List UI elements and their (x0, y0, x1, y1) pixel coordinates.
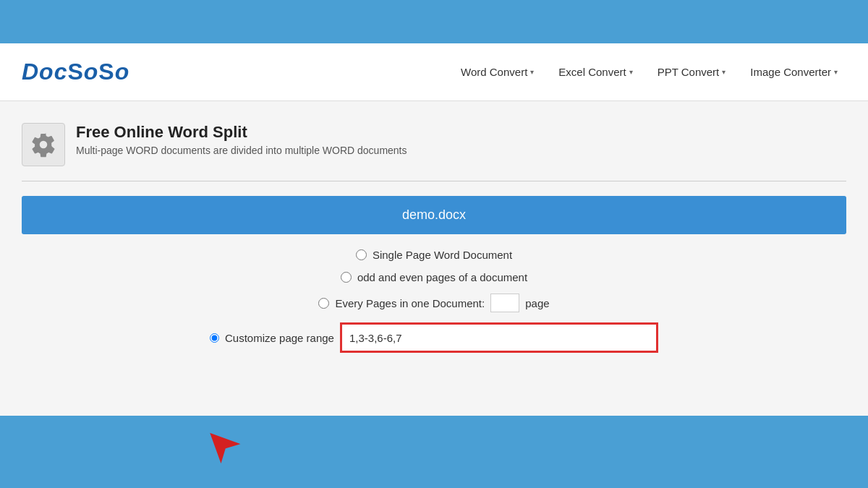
arrow-icon: ➤ (192, 416, 249, 473)
header: DocSoSo Word Convert ▾ Excel Convert ▾ P… (0, 43, 868, 101)
radio-odd-even[interactable] (341, 272, 352, 283)
chevron-down-icon: ▾ (722, 68, 726, 76)
nav-ppt-convert[interactable]: PPT Convert ▾ (649, 61, 735, 82)
label-customize: Customize page range (225, 332, 334, 344)
option-customize: Customize page range (29, 322, 839, 353)
chevron-down-icon: ▾ (834, 68, 838, 76)
bottom-bar: ➤ (0, 416, 868, 488)
option-every-pages: Every Pages in one Document: page (29, 294, 839, 312)
nav-ppt-convert-label: PPT Convert (658, 66, 720, 78)
page-icon-wrap (22, 123, 65, 166)
nav-word-convert[interactable]: Word Convert ▾ (452, 61, 542, 82)
arrow-wrap: ➤ (203, 423, 239, 466)
divider (22, 181, 846, 181)
radio-customize[interactable] (210, 333, 219, 343)
page-subtitle: Multi-page WORD documents are divided in… (76, 145, 407, 156)
every-pages-input[interactable] (490, 294, 519, 312)
label-single-page: Single Page Word Document (373, 249, 512, 261)
upload-button[interactable]: demo.docx (22, 196, 846, 234)
customize-input-wrap (340, 322, 658, 353)
nav-excel-convert[interactable]: Excel Convert ▾ (550, 61, 641, 82)
top-bar (0, 0, 868, 43)
label-odd-even: odd and even pages of a document (357, 271, 527, 283)
main-content: Free Online Word Split Multi-page WORD d… (0, 101, 868, 416)
label-every-pages: Every Pages in one Document: (335, 297, 485, 309)
gear-icon (30, 132, 56, 158)
logo[interactable]: DocSoSo (22, 59, 129, 85)
option-single-page: Single Page Word Document (29, 249, 839, 261)
page-title-wrap: Free Online Word Split Multi-page WORD d… (76, 123, 407, 156)
customize-range-input[interactable] (340, 322, 658, 353)
chevron-down-icon: ▾ (530, 68, 534, 76)
nav-image-converter[interactable]: Image Converter ▾ (741, 61, 846, 82)
nav: Word Convert ▾ Excel Convert ▾ PPT Conve… (452, 61, 846, 82)
chevron-down-icon: ▾ (629, 68, 633, 76)
page-header: Free Online Word Split Multi-page WORD d… (22, 123, 846, 166)
page-suffix: page (525, 297, 549, 309)
radio-every-pages[interactable] (318, 298, 329, 309)
options-area: Single Page Word Document odd and even p… (22, 249, 846, 353)
nav-excel-convert-label: Excel Convert (558, 66, 626, 78)
page-title: Free Online Word Split (76, 123, 407, 142)
nav-image-converter-label: Image Converter (750, 66, 831, 78)
radio-single-page[interactable] (356, 249, 367, 260)
nav-word-convert-label: Word Convert (461, 66, 527, 78)
option-odd-even: odd and even pages of a document (29, 271, 839, 283)
